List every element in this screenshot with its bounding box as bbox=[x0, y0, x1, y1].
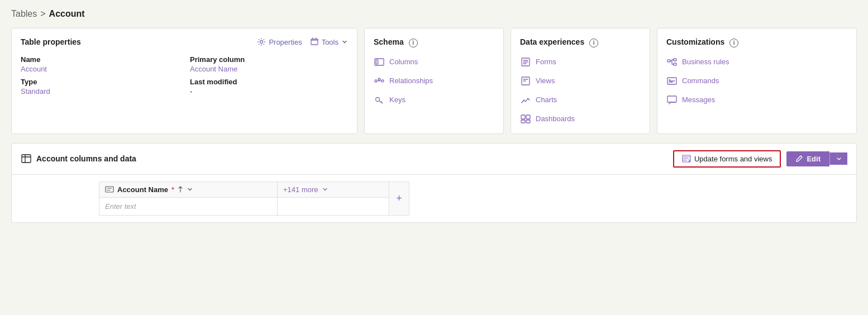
update-forms-button[interactable]: Update forms and views bbox=[673, 150, 781, 168]
keys-label: Keys bbox=[389, 96, 406, 104]
bottom-title: Account columns and data bbox=[36, 154, 136, 163]
tools-button[interactable]: Tools bbox=[310, 37, 348, 46]
update-forms-icon bbox=[682, 155, 691, 163]
svg-rect-17 bbox=[674, 63, 676, 65]
schema-list: Columns Relationships bbox=[374, 56, 494, 106]
edit-icon bbox=[795, 155, 803, 163]
breadcrumb-separator: > bbox=[40, 9, 45, 19]
messages-icon bbox=[666, 94, 678, 106]
schema-title: Schema i bbox=[374, 37, 418, 47]
commands-link[interactable]: Commands bbox=[666, 75, 847, 87]
charts-label: Charts bbox=[536, 96, 557, 104]
dashboards-link[interactable]: Dashboards bbox=[520, 113, 641, 125]
table-properties-title: Table properties bbox=[21, 37, 81, 46]
primary-column-value[interactable]: Account Name bbox=[190, 65, 348, 73]
enter-text-cell[interactable]: Enter text bbox=[99, 198, 277, 215]
business-rules-label: Business rules bbox=[682, 58, 729, 66]
svg-point-0 bbox=[260, 41, 263, 44]
columns-link[interactable]: Columns bbox=[374, 56, 494, 68]
svg-rect-20 bbox=[22, 155, 31, 163]
table-icon bbox=[21, 153, 32, 164]
type-value[interactable]: Standard bbox=[21, 87, 179, 96]
svg-rect-22 bbox=[106, 187, 113, 192]
customizations-title: Customizations i bbox=[666, 37, 738, 47]
customizations-card: Customizations i Business rules bbox=[657, 28, 857, 134]
schema-card: Schema i Columns bbox=[364, 28, 504, 134]
required-star: * bbox=[171, 185, 174, 194]
customizations-info-icon: i bbox=[729, 39, 738, 47]
add-column-button[interactable]: + bbox=[389, 182, 409, 216]
commands-icon bbox=[666, 75, 678, 87]
more-columns-col: +141 more bbox=[278, 182, 389, 216]
data-experiences-info-icon: i bbox=[589, 39, 598, 47]
edit-button[interactable]: Edit bbox=[786, 151, 829, 166]
relationships-link[interactable]: Relationships bbox=[374, 75, 494, 87]
charts-link[interactable]: Charts bbox=[520, 94, 641, 106]
edit-dropdown-chevron-icon bbox=[836, 156, 842, 161]
customizations-list: Business rules Commands bbox=[666, 56, 847, 106]
breadcrumb-parent[interactable]: Tables bbox=[11, 9, 37, 19]
bottom-section: Account columns and data Update forms an… bbox=[11, 143, 857, 223]
views-link[interactable]: Views bbox=[520, 75, 641, 87]
schema-header: Schema i bbox=[374, 37, 494, 47]
add-column-icon: + bbox=[396, 193, 402, 204]
schema-info-icon: i bbox=[409, 39, 418, 47]
data-experiences-header: Data experiences i bbox=[520, 37, 641, 47]
forms-label: Forms bbox=[536, 58, 556, 66]
name-label: Name bbox=[21, 55, 179, 64]
properties-label: Properties bbox=[269, 38, 302, 46]
views-label: Views bbox=[536, 77, 555, 85]
more-columns-header[interactable]: +141 more bbox=[278, 182, 389, 198]
name-prop: Name Account bbox=[21, 55, 179, 73]
customizations-header: Customizations i bbox=[666, 37, 847, 47]
table-properties-card: Table properties Properties bbox=[11, 28, 357, 134]
bottom-header: Account columns and data Update forms an… bbox=[12, 144, 856, 175]
last-modified-prop: Last modified - bbox=[190, 78, 348, 96]
keys-link[interactable]: Keys bbox=[374, 94, 494, 106]
messages-label: Messages bbox=[682, 96, 715, 104]
business-rules-icon bbox=[666, 56, 678, 68]
text-column-icon bbox=[105, 186, 114, 193]
breadcrumb: Tables > Account bbox=[11, 9, 857, 19]
relationships-icon bbox=[374, 75, 385, 87]
enter-text-placeholder: Enter text bbox=[105, 202, 136, 211]
col-chevron-icon[interactable] bbox=[187, 186, 193, 193]
type-label: Type bbox=[21, 78, 179, 86]
forms-link[interactable]: Forms bbox=[520, 56, 641, 68]
relationships-label: Relationships bbox=[389, 77, 433, 85]
last-modified-label: Last modified bbox=[190, 78, 348, 86]
more-chevron-icon bbox=[322, 186, 328, 193]
svg-rect-19 bbox=[667, 96, 676, 102]
data-experiences-card: Data experiences i Forms bbox=[511, 28, 650, 134]
primary-column-prop: Primary column Account Name bbox=[190, 55, 348, 73]
breadcrumb-current: Account bbox=[49, 9, 85, 19]
table-properties-actions: Properties Tools bbox=[257, 37, 348, 46]
name-value[interactable]: Account bbox=[21, 65, 179, 73]
views-icon bbox=[520, 75, 531, 87]
messages-link[interactable]: Messages bbox=[666, 94, 847, 106]
svg-rect-13 bbox=[521, 120, 525, 123]
chevron-down-icon bbox=[341, 39, 348, 45]
sort-up-icon[interactable] bbox=[178, 185, 183, 193]
tools-label: Tools bbox=[322, 38, 338, 46]
type-prop: Type Standard bbox=[21, 78, 179, 96]
edit-button-group: Edit bbox=[786, 151, 847, 166]
account-name-col-title: Account Name bbox=[117, 185, 168, 194]
properties-button[interactable]: Properties bbox=[257, 37, 302, 46]
update-forms-label: Update forms and views bbox=[694, 155, 772, 163]
edit-dropdown-button[interactable] bbox=[829, 152, 847, 165]
tools-icon bbox=[310, 37, 319, 46]
more-label: +141 more bbox=[283, 185, 318, 194]
forms-icon bbox=[520, 56, 531, 68]
svg-point-6 bbox=[381, 80, 384, 82]
svg-rect-12 bbox=[526, 115, 530, 119]
dashboards-icon bbox=[520, 113, 531, 125]
edit-label: Edit bbox=[807, 155, 821, 163]
last-modified-value: - bbox=[190, 87, 348, 96]
svg-rect-14 bbox=[526, 120, 530, 123]
business-rules-link[interactable]: Business rules bbox=[666, 56, 847, 68]
bottom-header-title: Account columns and data bbox=[21, 153, 136, 164]
charts-icon bbox=[520, 94, 531, 106]
data-experiences-list: Forms Views bbox=[520, 56, 641, 125]
commands-label: Commands bbox=[682, 77, 719, 85]
